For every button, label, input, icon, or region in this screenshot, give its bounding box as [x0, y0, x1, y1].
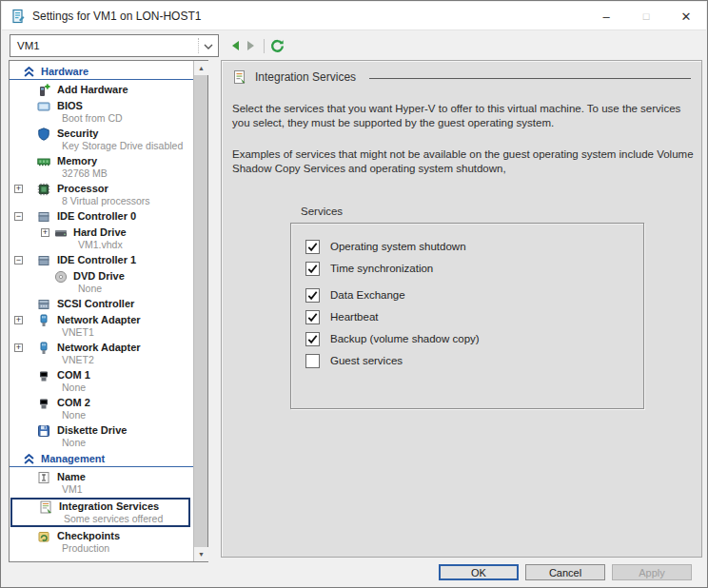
services-group-label: Services	[301, 206, 343, 217]
navigation-bar	[226, 36, 285, 55]
item-label: Name	[57, 471, 191, 483]
item-label: IDE Controller 1	[57, 254, 191, 266]
item-subtitle: VM1	[57, 483, 191, 495]
sidebar-item-com-1[interactable]: COM 1None	[10, 368, 193, 394]
sidebar-item-hard-drive[interactable]: +Hard DriveVM1.vhdx	[10, 225, 193, 251]
service-row-data-exchange: Data Exchange	[305, 287, 643, 303]
com-port-icon	[37, 397, 50, 410]
checked-checkbox[interactable]	[305, 240, 320, 254]
chevron-down-icon[interactable]	[199, 41, 218, 51]
vm-selector-dropdown[interactable]: VM1	[10, 34, 219, 57]
item-label: Security	[57, 127, 191, 140]
sidebar-item-name[interactable]: NameVM1	[10, 470, 193, 496]
toolbar: VM1	[2, 30, 706, 60]
sidebar-item-diskette-drive[interactable]: Diskette DriveNone	[10, 423, 193, 449]
cancel-button[interactable]: Cancel	[525, 564, 605, 580]
item-subtitle: 8 Virtual processors	[57, 195, 191, 206]
checked-checkbox[interactable]	[305, 310, 320, 324]
ide-controller-icon	[37, 254, 50, 267]
integration-services-icon	[232, 69, 247, 85]
sidebar-item-dvd-drive[interactable]: DVD DriveNone	[10, 269, 193, 295]
item-subtitle: None	[57, 437, 191, 448]
sidebar-item-checkpoints[interactable]: CheckpointsProduction	[10, 529, 193, 555]
sidebar-item-security[interactable]: SecurityKey Storage Drive disabled	[10, 127, 193, 152]
service-row-backup-volume-shadow-copy-: Backup (volume shadow copy)	[305, 331, 643, 346]
item-label: COM 2	[57, 397, 191, 409]
item-subtitle: VNET2	[57, 354, 191, 365]
checkpoints-icon	[37, 530, 50, 543]
item-label: COM 1	[57, 369, 191, 382]
ide-controller-icon	[37, 210, 50, 224]
title-bar: Settings for VM1 on LON-HOST1 – □ ✕	[2, 2, 706, 30]
bios-icon	[37, 100, 50, 113]
scroll-down-icon[interactable]: ▼	[194, 547, 208, 561]
service-label: Heartbeat	[330, 311, 379, 323]
service-row-operating-system-shutdown: Operating system shutdown	[305, 239, 643, 254]
sidebar-item-ide-controller-0[interactable]: −IDE Controller 0	[10, 209, 193, 224]
close-button[interactable]: ✕	[666, 2, 706, 30]
item-subtitle: Some services offered	[59, 513, 187, 524]
service-label: Backup (volume shadow copy)	[330, 333, 480, 344]
integration-services-panel: Integration Services Select the services…	[221, 60, 702, 558]
item-label: IDE Controller 0	[57, 210, 191, 223]
checked-checkbox[interactable]	[305, 288, 320, 303]
settings-dialog: Settings for VM1 on LON-HOST1 – □ ✕ VM1	[0, 0, 708, 588]
back-arrow-icon[interactable]	[226, 38, 243, 54]
sidebar-item-bios[interactable]: BIOSBoot from CD	[10, 99, 193, 125]
sidebar-item-com-2[interactable]: COM 2None	[10, 396, 193, 421]
header-rule	[369, 78, 691, 79]
dvd-drive-icon	[54, 270, 68, 284]
security-icon	[37, 127, 50, 141]
sidebar-scrollbar[interactable]: ▲ ▼	[193, 61, 207, 561]
expand-icon[interactable]: +	[14, 316, 23, 324]
sidebar-item-network-adapter[interactable]: +Network AdapterVNET2	[10, 341, 193, 366]
item-label: Hard Drive	[73, 226, 191, 239]
item-subtitle: Boot from CD	[57, 112, 191, 124]
expand-icon[interactable]: +	[14, 343, 23, 352]
collapse-icon[interactable]: −	[14, 256, 23, 265]
maximize-button[interactable]: □	[626, 2, 666, 30]
sidebar-item-ide-controller-1[interactable]: −IDE Controller 1	[10, 253, 193, 267]
name-icon	[37, 471, 50, 484]
unchecked-checkbox[interactable]	[305, 354, 320, 368]
item-subtitle: None	[57, 382, 191, 393]
service-row-heartbeat: Heartbeat	[305, 309, 643, 324]
sidebar-item-network-adapter[interactable]: +Network AdapterVNET1	[10, 313, 193, 339]
settings-document-icon	[10, 9, 26, 24]
expand-icon[interactable]: +	[14, 185, 23, 193]
description-paragraph-2: Examples of services that might not be a…	[232, 147, 696, 175]
hard-drive-icon	[54, 226, 68, 240]
checked-checkbox[interactable]	[305, 262, 320, 276]
apply-button[interactable]: Apply	[612, 564, 692, 580]
sidebar-item-integration-services[interactable]: Integration ServicesSome services offere…	[10, 498, 190, 527]
forward-arrow-icon[interactable]	[243, 38, 259, 54]
refresh-icon[interactable]	[269, 38, 285, 54]
sidebar-item-processor[interactable]: +Processor8 Virtual processors	[10, 182, 193, 207]
sidebar-item-add-hardware[interactable]: Add Hardware	[10, 83, 193, 97]
sidebar-item-scsi-controller[interactable]: SCSI Controller	[10, 297, 193, 311]
service-row-time-synchronization: Time synchronization	[305, 261, 643, 276]
item-label: Memory	[57, 155, 191, 167]
collapse-icon[interactable]: −	[14, 212, 23, 221]
expand-icon[interactable]: +	[41, 228, 49, 237]
description-paragraph-1: Select the services that you want Hyper-…	[232, 102, 696, 129]
network-adapter-icon	[37, 342, 50, 355]
ok-button[interactable]: OK	[439, 564, 519, 580]
checked-checkbox[interactable]	[305, 332, 320, 346]
item-subtitle: Production	[57, 542, 191, 554]
service-label: Time synchronization	[330, 263, 433, 274]
item-subtitle: None	[57, 409, 191, 421]
service-label: Operating system shutdown	[330, 241, 466, 252]
sidebar-section-management[interactable]: Management	[10, 451, 193, 467]
sidebar-item-list: HardwareAdd HardwareBIOSBoot from CDSecu…	[10, 61, 193, 561]
item-subtitle: VNET1	[57, 326, 191, 338]
scroll-up-icon[interactable]: ▲	[194, 61, 208, 75]
item-label: Integration Services	[59, 500, 187, 513]
item-subtitle: 32768 MB	[57, 167, 191, 179]
minimize-button[interactable]: –	[586, 2, 626, 30]
service-label: Data Exchange	[330, 289, 405, 301]
window-title: Settings for VM1 on LON-HOST1	[32, 10, 201, 23]
section-label: Management	[41, 453, 105, 464]
sidebar-section-hardware[interactable]: Hardware	[10, 64, 193, 80]
sidebar-item-memory[interactable]: Memory32768 MB	[10, 154, 193, 180]
